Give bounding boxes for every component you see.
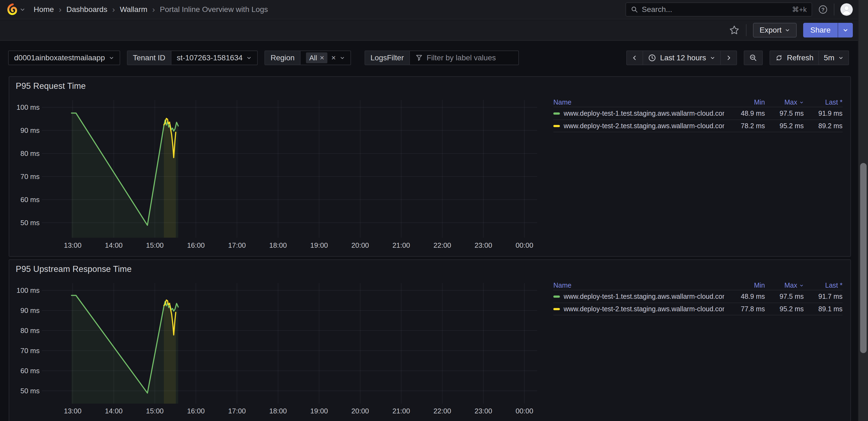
star-icon (729, 25, 739, 35)
chevron-down-icon (109, 55, 114, 61)
region-clear-icon[interactable]: × (331, 54, 336, 62)
svg-text:50 ms: 50 ms (20, 387, 40, 395)
series-color-swatch[interactable] (553, 112, 560, 115)
legend-col-name[interactable]: Name (553, 281, 724, 289)
legend-max-value: 95.2 ms (765, 305, 804, 313)
panel-title[interactable]: P95 Request Time (16, 81, 850, 91)
svg-text:60 ms: 60 ms (20, 367, 40, 375)
svg-text:16:00: 16:00 (187, 241, 205, 249)
series-color-swatch[interactable] (553, 125, 560, 127)
legend-col-last[interactable]: Last * (804, 98, 842, 106)
series-color-swatch[interactable] (553, 308, 560, 310)
svg-text:20:00: 20:00 (351, 241, 369, 249)
legend-row: www.deploy-test-1.test.staging.aws.walla… (553, 290, 842, 303)
export-button[interactable]: Export (753, 23, 797, 37)
series-color-swatch[interactable] (553, 296, 560, 298)
org-switcher-chevron-icon[interactable] (20, 6, 26, 12)
legend-series-name[interactable]: www.deploy-test-2.test.staging.aws.walla… (553, 122, 724, 130)
breadcrumb: Home › Dashboards › Wallarm › Portal Inl… (34, 5, 268, 14)
svg-text:80 ms: 80 ms (20, 149, 40, 158)
legend-table: NameMinMaxLast *www.deploy-test-1.test.s… (553, 281, 842, 315)
tenant-id-dropdown[interactable]: st-107263-1581634 (172, 51, 257, 65)
svg-text:19:00: 19:00 (310, 407, 328, 415)
chevron-down-icon (710, 55, 715, 61)
svg-text:?: ? (822, 7, 825, 12)
region-dropdown[interactable]: All × × (301, 51, 350, 65)
region-chip-all[interactable]: All × (306, 52, 328, 63)
time-shift-back-button[interactable] (627, 51, 643, 65)
refresh-interval-label: 5m (824, 54, 834, 62)
time-range-button[interactable]: Last 12 hours (643, 51, 720, 65)
legend-series-name[interactable]: www.deploy-test-2.test.staging.aws.walla… (553, 305, 724, 313)
legend-col-min[interactable]: Min (724, 281, 765, 289)
refresh-icon (775, 54, 783, 62)
legend-col-last[interactable]: Last * (804, 281, 842, 289)
zoom-out-group (744, 51, 763, 65)
share-label: Share (810, 26, 831, 34)
panel-p95-upstream-response-time: P95 Upstream Response Time 100 ms90 ms80… (9, 259, 851, 421)
search-input[interactable]: Search... ⌘+k (625, 2, 812, 17)
svg-text:19:00: 19:00 (310, 241, 328, 249)
legend-last-value: 89.2 ms (804, 122, 842, 130)
question-circle-icon: ? (818, 5, 828, 15)
breadcrumb-home[interactable]: Home (34, 5, 54, 14)
scrollbar-thumb[interactable] (860, 163, 867, 353)
app-variable-dropdown[interactable]: d0001ainboxatestmailaapp (8, 51, 120, 65)
svg-text:60 ms: 60 ms (20, 196, 40, 204)
grafana-logo[interactable] (7, 3, 18, 16)
logs-filter-input[interactable]: Filter by label values (410, 51, 518, 65)
legend-last-value: 89.1 ms (804, 305, 842, 313)
time-zoom-out-button[interactable] (744, 51, 762, 65)
timeseries-chart[interactable]: 100 ms90 ms80 ms70 ms60 ms50 ms13:0014:0… (16, 275, 543, 421)
legend-min-value: 77.8 ms (724, 305, 765, 313)
breadcrumb-dashboards[interactable]: Dashboards (66, 5, 107, 14)
help-button[interactable]: ? (818, 5, 828, 15)
funnel-icon (415, 54, 423, 62)
svg-text:23:00: 23:00 (474, 407, 492, 415)
export-label: Export (760, 26, 781, 34)
tenant-id-variable: Tenant ID st-107263-1581634 (127, 51, 258, 65)
svg-text:90 ms: 90 ms (20, 306, 40, 314)
time-range-label: Last 12 hours (660, 54, 706, 62)
refresh-label: Refresh (787, 54, 813, 62)
search-icon (631, 6, 638, 13)
dashboard-controls: d0001ainboxatestmailaapp Tenant ID st-10… (8, 51, 849, 65)
user-avatar[interactable] (840, 3, 853, 16)
legend-series-name[interactable]: www.deploy-test-1.test.staging.aws.walla… (553, 292, 724, 301)
controls-spacer (526, 51, 620, 65)
legend-col-min[interactable]: Min (724, 98, 765, 106)
chevron-down-icon (838, 55, 844, 61)
legend-col-name[interactable]: Name (553, 98, 724, 106)
panel-p95-request-time: P95 Request Time 100 ms90 ms80 ms70 ms60… (9, 76, 851, 257)
dashboard-actions-bar: Export Share (0, 20, 868, 41)
logs-filter-label: LogsFilter (365, 51, 410, 65)
svg-text:00:00: 00:00 (516, 241, 533, 249)
legend-last-value: 91.7 ms (804, 292, 842, 301)
svg-text:18:00: 18:00 (269, 241, 287, 249)
panel-title[interactable]: P95 Upstream Response Time (16, 264, 850, 274)
logs-filter-variable: LogsFilter Filter by label values (365, 51, 519, 65)
legend-header: NameMinMaxLast * (553, 281, 842, 290)
refresh-button[interactable]: Refresh (770, 51, 818, 65)
breadcrumb-current-dashboard: Portal Inline Overview with Logs (160, 5, 268, 14)
svg-text:90 ms: 90 ms (20, 126, 40, 135)
legend-max-value: 97.5 ms (765, 109, 804, 117)
timeseries-chart[interactable]: 100 ms90 ms80 ms70 ms60 ms50 ms13:0014:0… (16, 92, 543, 255)
share-menu-button[interactable] (838, 23, 853, 37)
refresh-interval-button[interactable]: 5m (818, 51, 848, 65)
svg-text:50 ms: 50 ms (20, 219, 40, 227)
legend-series-name[interactable]: www.deploy-test-1.test.staging.aws.walla… (553, 109, 724, 117)
zoom-out-icon (749, 54, 757, 62)
time-shift-forward-button[interactable] (720, 51, 737, 65)
clock-icon (648, 54, 656, 62)
chip-remove-icon[interactable]: × (320, 54, 324, 62)
svg-text:15:00: 15:00 (146, 407, 163, 415)
svg-text:16:00: 16:00 (187, 407, 205, 415)
legend-col-max[interactable]: Max (765, 98, 804, 106)
legend-col-max[interactable]: Max (765, 281, 804, 289)
page-scrollbar[interactable] (858, 0, 868, 421)
breadcrumb-folder[interactable]: Wallarm (120, 5, 148, 14)
svg-text:100 ms: 100 ms (17, 286, 40, 294)
favorite-star-button[interactable] (729, 25, 739, 35)
share-button[interactable]: Share (803, 23, 838, 37)
